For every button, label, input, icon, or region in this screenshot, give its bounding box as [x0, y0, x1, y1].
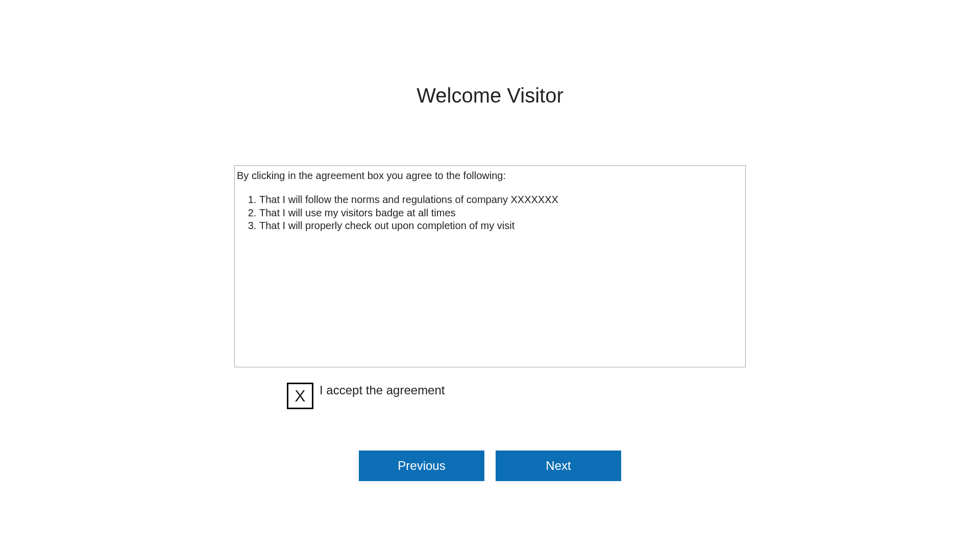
agreement-item: That I will follow the norms and regulat…	[259, 193, 743, 207]
agreement-list: That I will follow the norms and regulat…	[237, 193, 743, 233]
next-button[interactable]: Next	[496, 450, 621, 481]
agreement-item: That I will use my visitors badge at all…	[259, 207, 743, 220]
accept-row: X I accept the agreement	[234, 383, 746, 409]
accept-checkbox[interactable]: X	[287, 383, 313, 409]
agreement-item: That I will properly check out upon comp…	[259, 219, 743, 233]
page-title: Welcome Visitor	[416, 84, 564, 107]
visitor-agreement-page: Welcome Visitor By clicking in the agree…	[0, 0, 980, 481]
agreement-text-box: By clicking in the agreement box you agr…	[234, 165, 746, 367]
navigation-buttons: Previous Next	[359, 450, 621, 481]
previous-button[interactable]: Previous	[359, 450, 484, 481]
accept-label: I accept the agreement	[320, 384, 445, 397]
agreement-intro-text: By clicking in the agreement box you agr…	[237, 169, 743, 182]
